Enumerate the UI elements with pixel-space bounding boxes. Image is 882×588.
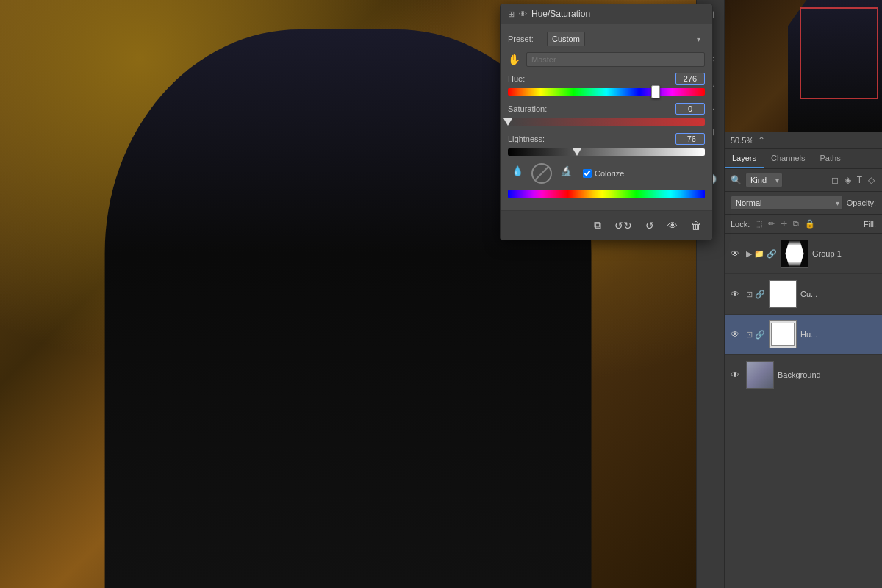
- dialog-body: Preset: Custom ✋ Hue:: [501, 24, 712, 210]
- adjustment-filter-icon[interactable]: ◈: [843, 173, 853, 187]
- expand-icon[interactable]: ▶: [746, 249, 752, 259]
- layer-name-cu: Cu...: [800, 290, 876, 298]
- red-outline-overlay: [800, 7, 878, 99]
- layer-thumbnail-background: [746, 361, 774, 389]
- layer-hue-icons: ⊡ 🔗: [746, 330, 765, 340]
- thumbnail-image: [725, 0, 882, 132]
- dialog-adjustment-icon: ⊞: [508, 10, 514, 19]
- zoom-up-icon[interactable]: ⌃: [758, 135, 765, 146]
- hue-saturation-dialog: ⊞ 👁 Hue/Saturation Preset: Custom: [500, 4, 713, 240]
- sat-slider-track[interactable]: [508, 117, 705, 127]
- layer-visibility-group1[interactable]: 👁: [731, 248, 742, 259]
- search-icon: 🔍: [731, 175, 742, 185]
- type-filter-icon[interactable]: T: [856, 173, 864, 187]
- zoom-bar: 50.5% ⌃: [725, 132, 882, 149]
- layer-visibility-hue[interactable]: 👁: [731, 329, 742, 340]
- dialog-titlebar: ⊞ 👁 Hue/Saturation: [501, 4, 712, 24]
- layers-tabs: Layers Channels Paths: [725, 149, 882, 169]
- hue-slider-thumb[interactable]: [651, 85, 660, 98]
- clip-layer-icon[interactable]: ⧉: [590, 217, 605, 234]
- lightness-slider-row: Lightness:: [508, 133, 705, 157]
- layer-item-hue[interactable]: 👁 ⊡ 🔗 Hu...: [725, 315, 882, 355]
- master-input[interactable]: [526, 52, 705, 67]
- lock-label: Lock:: [731, 220, 750, 229]
- blend-mode-row: Normal Opacity:: [725, 192, 882, 215]
- light-slider-track[interactable]: [508, 147, 705, 157]
- kind-select[interactable]: Kind: [745, 173, 783, 187]
- thumbnail-area: [725, 0, 882, 132]
- layer-thumbnail-cu: [769, 280, 797, 308]
- opacity-label: Opacity:: [847, 198, 876, 207]
- undo-icon[interactable]: ↺: [642, 218, 658, 234]
- hue-slider-track[interactable]: [508, 87, 705, 97]
- preset-label: Preset:: [508, 35, 541, 43]
- layer-item-group1[interactable]: 👁 ▶ 📁 🔗 Group 1: [725, 234, 882, 274]
- tab-channels[interactable]: Channels: [764, 149, 812, 168]
- layer-item-adjustment[interactable]: 👁 ⊡ 🔗 Cu...: [725, 274, 882, 315]
- pixel-filter-icon[interactable]: ◻: [830, 173, 840, 187]
- link-icon-hue[interactable]: 🔗: [755, 330, 765, 340]
- shape-filter-icon[interactable]: ◇: [867, 173, 876, 187]
- layer-thumbnail-hue: [769, 320, 797, 348]
- layer-visibility-bg[interactable]: 👁: [731, 370, 742, 380]
- preset-select-wrapper: Custom: [547, 32, 705, 46]
- chain-icon[interactable]: 🔗: [767, 249, 777, 259]
- lock-artboards-icon[interactable]: ⧉: [792, 218, 800, 230]
- color-bar-row: [508, 190, 705, 198]
- dialog-title: Hue/Saturation: [531, 9, 590, 19]
- lock-row: Lock: ⬚ ✏ ✛ ⧉ 🔒 Fill:: [725, 215, 882, 234]
- colorize-checkbox[interactable]: [583, 169, 592, 178]
- color-gradient-bar: [508, 190, 705, 198]
- saturation-value-input[interactable]: [675, 103, 705, 115]
- layer-name-group1: Group 1: [812, 249, 876, 258]
- folder-icon: 📁: [754, 249, 764, 259]
- hue-label: Hue:: [508, 74, 525, 83]
- layers-panel: 50.5% ⌃ Layers Channels Paths 🔍 Kind ◻ ◈…: [724, 0, 882, 588]
- hue-value-input[interactable]: [675, 73, 705, 85]
- kind-filter-row: 🔍 Kind ◻ ◈ T ◇: [725, 169, 882, 192]
- layer-name-background: Background: [778, 370, 876, 379]
- tab-layers[interactable]: Layers: [725, 149, 764, 168]
- delete-icon[interactable]: 🗑: [687, 218, 705, 234]
- kind-select-wrapper: Kind: [745, 173, 783, 187]
- tab-paths[interactable]: Paths: [813, 149, 848, 168]
- lightness-label: Lightness:: [508, 135, 545, 143]
- blend-mode-select[interactable]: Normal: [731, 196, 843, 210]
- kind-filter-icons: ◻ ◈ T ◇: [830, 173, 876, 187]
- colorize-checkbox-label[interactable]: Colorize: [583, 169, 624, 178]
- lightness-value-input[interactable]: [675, 133, 705, 145]
- lock-all-icon[interactable]: 🔒: [803, 218, 817, 230]
- saturation-slider-row: Saturation:: [508, 103, 705, 127]
- zoom-value: 50.5%: [731, 136, 753, 145]
- hue-label-row: Hue:: [508, 73, 705, 85]
- layer-name-hue: Hu...: [800, 330, 876, 339]
- fill-label: Fill:: [864, 220, 876, 229]
- no-sign-icon: [531, 163, 552, 184]
- lock-position-icon[interactable]: ✛: [779, 218, 789, 230]
- hue-slider-bg: [508, 88, 705, 96]
- layer-item-background[interactable]: 👁 Background: [725, 355, 882, 395]
- smart-obj-icon: ⊡: [746, 290, 753, 299]
- hue-slider-row: Hue:: [508, 73, 705, 97]
- layer-visibility-cu[interactable]: 👁: [731, 289, 742, 299]
- light-slider-bg: [508, 148, 705, 156]
- eyedropper-icons: 💧 🔬: [508, 163, 576, 184]
- canvas-area: ⊞ 👁 Hue/Saturation Preset: Custom: [0, 0, 696, 588]
- sat-slider-thumb[interactable]: [503, 118, 512, 126]
- layer-group-icons: ▶ 📁 🔗: [746, 249, 777, 259]
- blend-select-wrapper: Normal: [731, 196, 843, 210]
- link-icon[interactable]: 🔗: [755, 290, 765, 299]
- hand-tool-icon[interactable]: ✋: [508, 54, 520, 65]
- lock-pixels-icon[interactable]: ✏: [767, 218, 776, 230]
- visibility-icon[interactable]: 👁: [664, 218, 681, 234]
- sat-label-row: Saturation:: [508, 103, 705, 115]
- lock-icons: ⬚ ✏ ✛ ⧉ 🔒: [753, 218, 817, 230]
- preset-select[interactable]: Custom: [547, 32, 585, 46]
- adj-icon: ⊡: [746, 330, 753, 340]
- reset-icon[interactable]: ↺↻: [611, 218, 636, 234]
- eyedropper-plus-icon[interactable]: 🔬: [556, 163, 576, 184]
- layer-adj-icons: ⊡ 🔗: [746, 290, 765, 299]
- light-slider-thumb[interactable]: [573, 148, 581, 156]
- lock-transparency-icon[interactable]: ⬚: [753, 218, 764, 230]
- eyedropper-icon[interactable]: 💧: [508, 163, 527, 184]
